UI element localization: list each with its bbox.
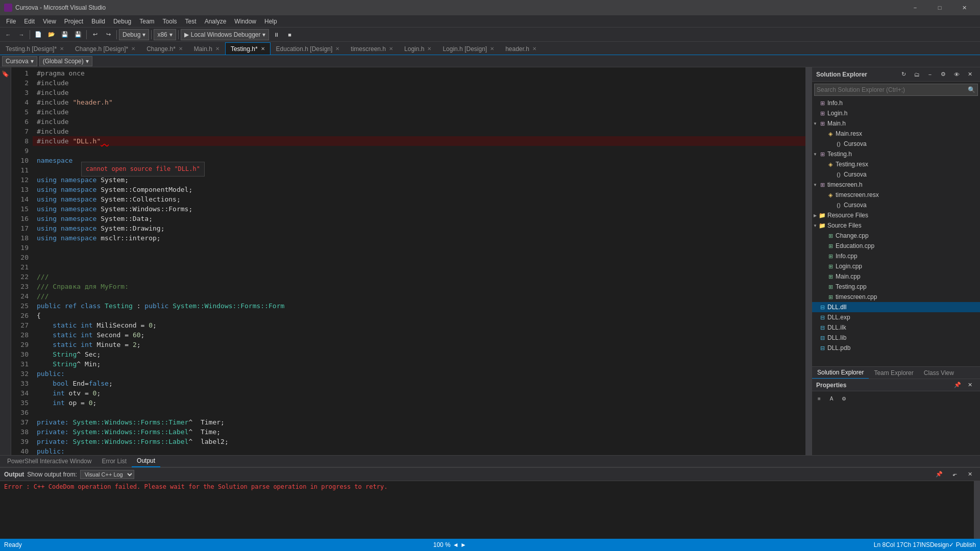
code-line-9[interactable] bbox=[33, 146, 805, 156]
code-line-39[interactable]: private: System::Windows::Forms::Label^ … bbox=[33, 437, 805, 446]
status-zoom[interactable]: 100 % bbox=[433, 541, 451, 548]
tab-close-3[interactable]: ✕ bbox=[215, 46, 219, 52]
code-line-13[interactable]: using namespace System::ComponentModel; bbox=[33, 185, 805, 194]
tree-item-5[interactable]: ▼ ⊞ Testing.h bbox=[812, 149, 980, 159]
status-ln[interactable]: Ln 8 bbox=[874, 541, 886, 548]
file-scope-dropdown[interactable]: Cursova ▾ bbox=[2, 56, 37, 66]
code-line-31[interactable]: String^ Min; bbox=[33, 359, 805, 369]
tab-close-4[interactable]: ✕ bbox=[261, 46, 265, 52]
se-tab-class-view[interactable]: Class View bbox=[919, 367, 959, 379]
tree-item-3[interactable]: ◈ Main.resx bbox=[812, 129, 980, 139]
toolbar-stop[interactable]: ■ bbox=[283, 29, 296, 40]
tab-close-6[interactable]: ✕ bbox=[389, 46, 393, 52]
tree-expand-12[interactable]: ▼ bbox=[812, 223, 818, 228]
tree-item-24[interactable]: ⊟ DLL.pdb bbox=[812, 343, 980, 353]
se-search-input[interactable] bbox=[817, 86, 968, 93]
tab-9[interactable]: header.h✕ bbox=[500, 42, 542, 55]
code-line-17[interactable]: using namespace System::Drawing; bbox=[33, 223, 805, 233]
editor-scrollbar[interactable] bbox=[805, 67, 812, 455]
tree-item-12[interactable]: ▼ 📁 Source Files bbox=[812, 220, 980, 231]
output-close-btn[interactable]: ✕ bbox=[964, 469, 976, 480]
tree-item-13[interactable]: ⊞ Change.cpp bbox=[812, 231, 980, 241]
code-line-1[interactable]: #pragma once bbox=[33, 68, 805, 78]
tree-item-18[interactable]: ⊞ Testing.cpp bbox=[812, 282, 980, 292]
tab-0[interactable]: Testing.h [Design]*✕ bbox=[0, 42, 69, 55]
code-line-23[interactable]: /// Справка для MyForm: bbox=[33, 282, 805, 291]
code-line-2[interactable]: #include bbox=[33, 78, 805, 88]
toolbar-redo[interactable]: ↪ bbox=[102, 29, 114, 40]
status-ready[interactable]: Ready bbox=[4, 541, 22, 548]
menu-item-analyze[interactable]: Analyze bbox=[201, 15, 231, 28]
tree-item-10[interactable]: () Cursova bbox=[812, 200, 980, 210]
tree-item-20[interactable]: ⊟ DLL.dll bbox=[812, 302, 980, 312]
code-line-21[interactable] bbox=[33, 262, 805, 272]
tree-expand-8[interactable]: ▼ bbox=[812, 183, 818, 187]
status-ins[interactable]: INS bbox=[920, 541, 930, 548]
code-line-36[interactable] bbox=[33, 408, 805, 417]
tree-item-19[interactable]: ⊞ timescreen.cpp bbox=[812, 292, 980, 302]
prop-alpha-btn[interactable]: A bbox=[826, 393, 837, 404]
btab-0[interactable]: PowerShell Interactive Window bbox=[2, 455, 96, 467]
code-line-37[interactable]: private: System::Windows::Forms::Timer^ … bbox=[33, 417, 805, 427]
code-line-29[interactable]: static int Minute = 2; bbox=[33, 340, 805, 349]
code-line-35[interactable]: int op = 0; bbox=[33, 398, 805, 408]
platform-dropdown[interactable]: x86 ▾ bbox=[154, 29, 176, 40]
code-line-25[interactable]: public ref class Testing : public System… bbox=[33, 301, 805, 311]
se-close-btn[interactable]: ✕ bbox=[964, 69, 976, 80]
global-scope-dropdown[interactable]: (Global Scope) ▾ bbox=[39, 56, 92, 66]
tree-item-15[interactable]: ⊞ Info.cpp bbox=[812, 251, 980, 261]
minimize-button[interactable]: − bbox=[903, 0, 927, 15]
prop-cat-btn[interactable]: ≡ bbox=[814, 393, 824, 404]
toolbar-forward[interactable]: → bbox=[15, 29, 28, 40]
code-line-30[interactable]: String^ Sec; bbox=[33, 349, 805, 359]
status-col[interactable]: Col 17 bbox=[886, 541, 903, 548]
tab-3[interactable]: Main.h✕ bbox=[188, 42, 225, 55]
code-line-33[interactable]: bool End=false; bbox=[33, 379, 805, 388]
code-line-8[interactable]: #include "DLL.h" bbox=[33, 136, 805, 146]
toolbar-open[interactable]: 📂 bbox=[45, 29, 58, 40]
menu-item-debug[interactable]: Debug bbox=[109, 15, 135, 28]
close-button[interactable]: ✕ bbox=[952, 0, 976, 15]
se-search-bar[interactable]: 🔍 bbox=[814, 84, 978, 96]
tree-item-1[interactable]: ⊞ Login.h bbox=[812, 108, 980, 118]
toolbar-undo[interactable]: ↩ bbox=[89, 29, 101, 40]
code-line-18[interactable]: using namespace msclr::interop; bbox=[33, 233, 805, 243]
menu-item-edit[interactable]: Edit bbox=[20, 15, 39, 28]
tree-item-8[interactable]: ▼ ⊞ timescreen.h bbox=[812, 180, 980, 190]
menu-item-team[interactable]: Team bbox=[135, 15, 158, 28]
output-pin-btn[interactable]: 📌 bbox=[933, 469, 945, 480]
se-props-btn[interactable]: ⚙ bbox=[937, 69, 949, 80]
tab-close-7[interactable]: ✕ bbox=[427, 46, 431, 52]
tree-item-17[interactable]: ⊞ Main.cpp bbox=[812, 271, 980, 282]
se-refresh-btn[interactable]: 🗂 bbox=[911, 69, 923, 80]
debugger-dropdown[interactable]: ▶ Local Windows Debugger ▾ bbox=[181, 29, 270, 40]
se-tab-team-explorer[interactable]: Team Explorer bbox=[869, 367, 918, 379]
code-line-3[interactable]: #include bbox=[33, 88, 805, 97]
btab-1[interactable]: Error List bbox=[96, 455, 132, 467]
tree-item-16[interactable]: ⊞ Login.cpp bbox=[812, 261, 980, 271]
tab-6[interactable]: timescreen.h✕ bbox=[345, 42, 399, 55]
code-line-40[interactable]: public: bbox=[33, 446, 805, 455]
status-nav-arrows[interactable]: ◄ ► bbox=[453, 541, 467, 548]
code-content[interactable]: #pragma once#include #include #include "… bbox=[33, 67, 805, 455]
tree-item-0[interactable]: ⊞ Info.h bbox=[812, 98, 980, 108]
toolbar-new[interactable]: 📄 bbox=[32, 29, 44, 40]
code-line-7[interactable]: #include bbox=[33, 127, 805, 136]
menu-item-test[interactable]: Test bbox=[181, 15, 201, 28]
btab-2[interactable]: Output bbox=[132, 455, 160, 467]
tree-item-4[interactable]: () Cursova bbox=[812, 139, 980, 149]
toolbar-save[interactable]: 💾 bbox=[59, 29, 71, 40]
bookmark-icon[interactable]: 🔖 bbox=[1, 69, 10, 79]
tree-expand-11[interactable]: ▶ bbox=[812, 213, 818, 218]
output-float-btn[interactable]: ⬐ bbox=[948, 469, 961, 480]
tree-expand-5[interactable]: ▼ bbox=[812, 152, 818, 157]
tree-item-22[interactable]: ⊟ DLL.ilk bbox=[812, 322, 980, 333]
toolbar-save-all[interactable]: 💾 bbox=[72, 29, 84, 40]
code-line-5[interactable]: #include bbox=[33, 107, 805, 117]
code-line-34[interactable]: int otv = 0; bbox=[33, 388, 805, 398]
tab-4[interactable]: Testing.h*✕ bbox=[225, 42, 271, 55]
tree-item-6[interactable]: ◈ Testing.resx bbox=[812, 159, 980, 169]
prop-close-btn[interactable]: ✕ bbox=[964, 380, 976, 391]
se-tab-solution-explorer[interactable]: Solution Explorer bbox=[812, 367, 869, 379]
code-line-19[interactable] bbox=[33, 243, 805, 253]
